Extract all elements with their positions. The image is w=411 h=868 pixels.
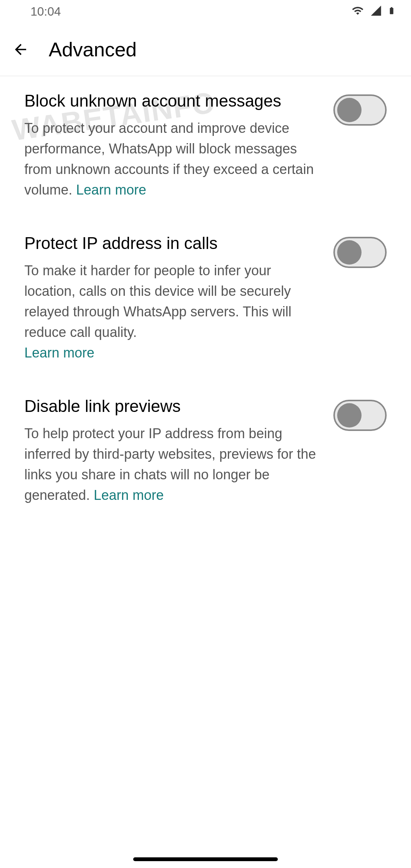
setting-description: To help protect your IP address from bei…: [24, 423, 318, 506]
page-title: Advanced: [49, 38, 137, 61]
learn-more-link[interactable]: Learn more: [76, 182, 146, 198]
toggle-knob: [337, 403, 362, 428]
status-time: 10:04: [30, 5, 61, 19]
home-indicator[interactable]: [133, 857, 278, 861]
settings-list: Block unknown account messages To protec…: [0, 76, 411, 524]
setting-title: Disable link previews: [24, 397, 318, 416]
app-bar: Advanced: [0, 23, 411, 76]
setting-title: Block unknown account messages: [24, 91, 318, 110]
wifi-icon: [351, 5, 365, 18]
setting-title: Protect IP address in calls: [24, 234, 318, 253]
setting-description: To make it harder for people to infer yo…: [24, 260, 318, 363]
learn-more-link[interactable]: Learn more: [94, 487, 164, 503]
toggle-block-unknown[interactable]: [333, 94, 387, 126]
battery-icon: [387, 4, 396, 19]
setting-protect-ip[interactable]: Protect IP address in calls To make it h…: [0, 219, 411, 381]
arrow-back-icon: [12, 41, 29, 58]
setting-text: Disable link previews To help protect yo…: [24, 397, 333, 506]
toggle-protect-ip[interactable]: [333, 237, 387, 268]
learn-more-link[interactable]: Learn more: [24, 345, 94, 361]
setting-block-unknown[interactable]: Block unknown account messages To protec…: [0, 76, 411, 219]
back-button[interactable]: [11, 40, 30, 59]
signal-icon: [369, 5, 383, 18]
setting-description: To protect your account and improve devi…: [24, 118, 318, 200]
status-bar: 10:04: [0, 0, 411, 23]
setting-text: Block unknown account messages To protec…: [24, 91, 333, 200]
toggle-disable-link-previews[interactable]: [333, 400, 387, 431]
setting-disable-link-previews[interactable]: Disable link previews To help protect yo…: [0, 381, 411, 524]
toggle-knob: [337, 98, 362, 122]
setting-text: Protect IP address in calls To make it h…: [24, 234, 333, 363]
status-icons: [351, 4, 396, 19]
toggle-knob: [337, 240, 362, 265]
